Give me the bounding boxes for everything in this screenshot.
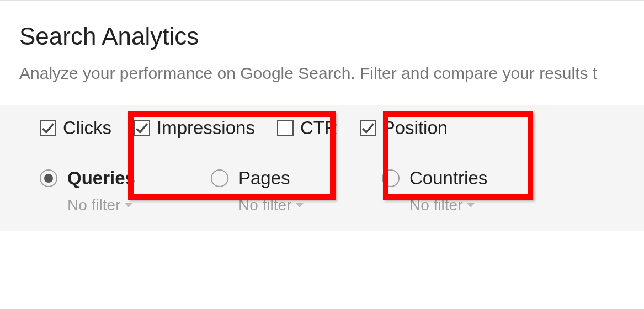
dimension-queries-filter[interactable]: No filter (67, 196, 211, 214)
dimension-label: Countries (409, 168, 487, 189)
metric-ctr[interactable]: CTR (277, 118, 338, 138)
filter-label: No filter (409, 196, 462, 214)
dimensions-row: Queries No filter Pages No filter Countr… (0, 151, 644, 231)
checkbox-unchecked-icon (277, 120, 294, 136)
checkbox-checked-icon (360, 120, 376, 136)
page-description: Analyze your performance on Google Searc… (19, 64, 644, 83)
page-title: Search Analytics (19, 23, 644, 50)
header: Search Analytics Analyze your performanc… (0, 1, 644, 83)
search-analytics-panel: Search Analytics Analyze your performanc… (0, 1, 644, 231)
dimension-countries-radio[interactable]: Countries (382, 168, 553, 189)
metric-label: Position (383, 118, 448, 138)
dimension-pages-filter[interactable]: No filter (238, 196, 382, 214)
dropdown-caret-icon (296, 203, 304, 207)
metric-label: Impressions (157, 118, 255, 138)
dropdown-caret-icon (125, 203, 132, 207)
metric-clicks[interactable]: Clicks (40, 118, 111, 138)
checkbox-checked-icon (134, 120, 150, 136)
dimension-queries-radio[interactable]: Queries (40, 168, 211, 189)
filter-label: No filter (238, 196, 291, 214)
dimension-pages-radio[interactable]: Pages (211, 168, 382, 189)
dimension-countries: Countries No filter (382, 168, 553, 214)
metric-position[interactable]: Position (360, 118, 448, 138)
filter-label: No filter (67, 196, 120, 214)
dimension-label: Pages (238, 168, 290, 189)
radio-selected-icon (40, 169, 57, 187)
dimension-countries-filter[interactable]: No filter (409, 196, 553, 214)
metrics-row: Clicks Impressions CTR Position (0, 105, 644, 151)
checkbox-checked-icon (40, 120, 56, 136)
metric-impressions[interactable]: Impressions (134, 118, 255, 138)
metric-label: Clicks (63, 118, 111, 138)
dropdown-caret-icon (467, 203, 475, 207)
radio-unselected-icon (211, 169, 228, 187)
dimension-queries: Queries No filter (40, 168, 211, 214)
dimension-pages: Pages No filter (211, 168, 382, 214)
dimension-label: Queries (67, 168, 135, 189)
metric-label: CTR (300, 118, 338, 138)
radio-unselected-icon (382, 169, 400, 187)
